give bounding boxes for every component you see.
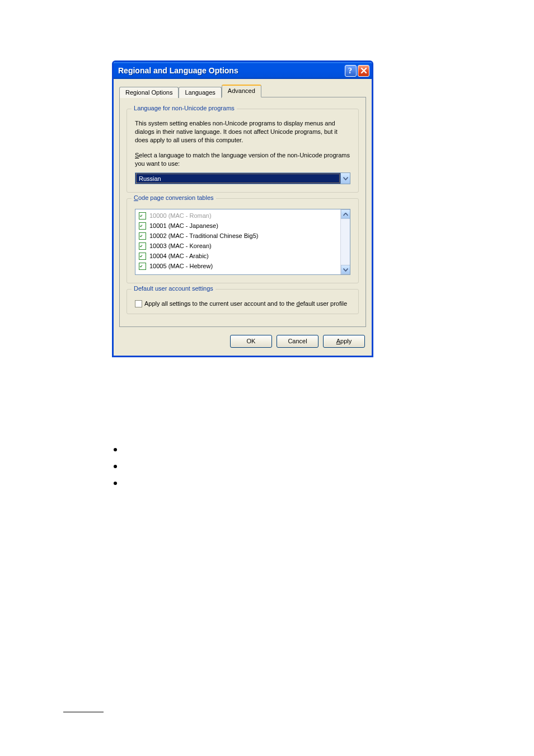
codepage-label: 10003 (MAC - Korean): [149, 242, 212, 249]
codepage-item[interactable]: 10005 (MAC - Hebrew): [139, 261, 340, 271]
language-select-prompt: Select a language to match the language …: [135, 151, 350, 168]
language-description: This system setting enables non-Unicode …: [135, 119, 350, 144]
codepage-checkbox[interactable]: [139, 222, 146, 230]
tab-advanced[interactable]: Advanced: [222, 85, 261, 97]
language-selected-value: Russian: [136, 174, 340, 183]
svg-text:?: ?: [348, 67, 352, 74]
bullet-icon: [114, 465, 117, 468]
codepage-checkbox[interactable]: [139, 232, 146, 240]
ok-button[interactable]: OK: [230, 335, 272, 348]
codepage-label: 10000 (MAC - Roman): [149, 212, 212, 219]
scroll-up-button[interactable]: [341, 209, 350, 219]
group-legend: Language for non-Unicode programs: [132, 105, 237, 111]
dialog-window: Regional and Language Options ? Regional…: [112, 60, 373, 357]
language-combobox[interactable]: Russian: [135, 172, 350, 184]
tab-strip: Regional Options Languages Advanced: [119, 85, 366, 97]
bullet-icon: [114, 448, 117, 451]
combobox-dropdown-button[interactable]: [340, 173, 350, 184]
codepage-listbox[interactable]: 10000 (MAC - Roman)10001 (MAC - Japanese…: [135, 209, 350, 275]
help-button[interactable]: ?: [345, 65, 357, 77]
tab-regional-options[interactable]: Regional Options: [119, 87, 179, 98]
group-legend-default: Default user account settings: [132, 285, 216, 292]
codepage-checkbox[interactable]: [139, 253, 146, 260]
codepage-checkbox[interactable]: [139, 242, 146, 250]
tab-languages[interactable]: Languages: [179, 87, 221, 98]
close-button[interactable]: [358, 65, 369, 77]
bullet-list: [114, 448, 117, 498]
scrollbar-track[interactable]: [341, 219, 350, 265]
codepage-label: 10002 (MAC - Traditional Chinese Big5): [149, 232, 258, 239]
footnote-rule: [63, 712, 104, 712]
codepage-checkbox[interactable]: [139, 263, 146, 270]
codepage-label: 10001 (MAC - Japanese): [149, 222, 218, 229]
titlebar: Regional and Language Options ?: [114, 62, 372, 79]
codepage-item[interactable]: 10004 (MAC - Arabic): [139, 251, 340, 261]
group-codepage-tables: Code page conversion tables 10000 (MAC -…: [127, 198, 359, 283]
codepage-item[interactable]: 10000 (MAC - Roman): [139, 211, 340, 221]
scrollbar[interactable]: [340, 209, 350, 274]
titlebar-text: Regional and Language Options: [118, 66, 238, 75]
group-language-nonunicode: Language for non-Unicode programs This s…: [127, 109, 359, 193]
group-legend-codepage: Code page conversion tables: [132, 194, 216, 201]
codepage-item[interactable]: 10001 (MAC - Japanese): [139, 221, 340, 231]
group-default-user: Default user account settings Apply all …: [127, 289, 359, 314]
apply-all-label: Apply all settings to the current user a…: [144, 300, 347, 308]
apply-all-checkbox[interactable]: [135, 300, 142, 307]
button-bar: OK Cancel Apply: [119, 335, 366, 348]
apply-button[interactable]: Apply: [323, 335, 365, 348]
bullet-icon: [114, 482, 117, 485]
codepage-item[interactable]: 10003 (MAC - Korean): [139, 241, 340, 251]
codepage-item[interactable]: 10002 (MAC - Traditional Chinese Big5): [139, 231, 340, 241]
codepage-label: 10005 (MAC - Hebrew): [149, 263, 213, 269]
cancel-button[interactable]: Cancel: [277, 335, 318, 348]
tab-panel-advanced: Language for non-Unicode programs This s…: [119, 97, 366, 327]
scroll-down-button[interactable]: [341, 265, 350, 274]
codepage-checkbox: [139, 212, 146, 220]
codepage-label: 10004 (MAC - Arabic): [149, 253, 209, 259]
